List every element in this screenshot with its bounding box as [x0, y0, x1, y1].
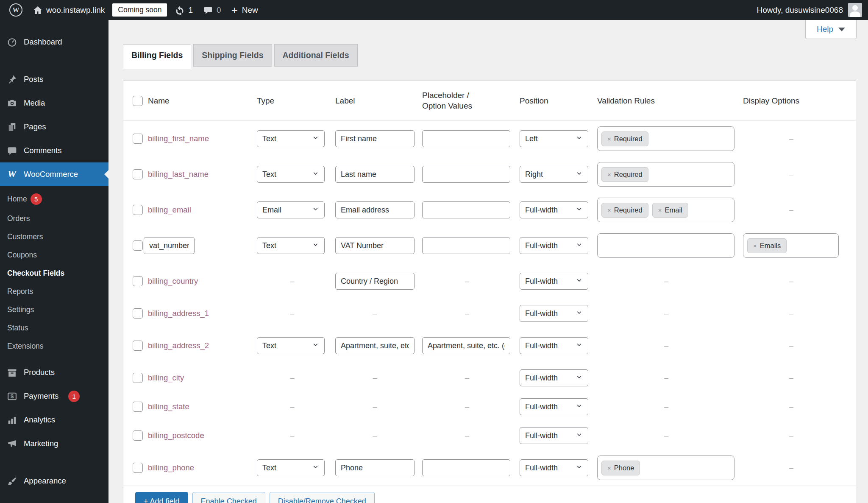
- field-name-input[interactable]: [144, 237, 195, 254]
- tag-remove-icon[interactable]: ×: [607, 135, 611, 143]
- comment-icon: [203, 5, 213, 15]
- type-select[interactable]: Text: [257, 459, 325, 476]
- submenu-item-settings[interactable]: Settings: [0, 301, 108, 319]
- sidebar-item-dashboard[interactable]: Dashboard: [0, 30, 108, 54]
- position-select[interactable]: Full-width: [520, 237, 588, 254]
- label-input[interactable]: [335, 237, 415, 254]
- validation-rules-box[interactable]: ×Required: [597, 126, 734, 151]
- sidebar-item-media[interactable]: Media: [0, 91, 108, 115]
- sidebar-item-payments[interactable]: $Payments1: [0, 384, 108, 408]
- add-field-button[interactable]: + Add field: [135, 492, 188, 503]
- position-select[interactable]: Full-width: [520, 459, 588, 476]
- label-input[interactable]: [335, 166, 415, 183]
- table-cell: [422, 166, 520, 183]
- row-checkbox[interactable]: [133, 308, 143, 319]
- submenu-item-orders[interactable]: Orders: [0, 210, 108, 228]
- sidebar-item-woocommerce[interactable]: WWooCommerce: [0, 162, 108, 186]
- table-cell: –: [743, 134, 847, 143]
- submenu-item-label: Extensions: [7, 342, 44, 351]
- sidebar-item-posts[interactable]: Posts: [0, 67, 108, 91]
- label-input[interactable]: [335, 337, 415, 354]
- submenu-item-extensions[interactable]: Extensions: [0, 337, 108, 355]
- label-input[interactable]: [335, 201, 415, 218]
- position-select[interactable]: Left: [520, 130, 588, 147]
- validation-rules-box[interactable]: ×Required×Email: [597, 198, 734, 222]
- row-checkbox[interactable]: [133, 341, 143, 351]
- sidebar-item-appearance[interactable]: Appearance: [0, 469, 108, 493]
- tag-remove-icon[interactable]: ×: [753, 242, 757, 249]
- sidebar-item-comments[interactable]: Comments: [0, 139, 108, 162]
- position-select[interactable]: Full-width: [520, 201, 588, 218]
- row-checkbox[interactable]: [133, 169, 143, 179]
- wp-logo-button[interactable]: W: [4, 0, 28, 20]
- label-input[interactable]: [335, 459, 415, 476]
- placeholder-input[interactable]: [422, 201, 510, 218]
- placeholder-input[interactable]: [422, 166, 510, 183]
- disable-remove-checked-button[interactable]: Disable/Remove Checked: [270, 492, 375, 503]
- row-checkbox[interactable]: [133, 402, 143, 412]
- enable-checked-button[interactable]: Enable Checked: [192, 492, 265, 503]
- howdy-text[interactable]: Howdy, dusuwisine0068: [757, 6, 843, 15]
- label-input[interactable]: [335, 130, 415, 147]
- row-checkbox[interactable]: [133, 134, 143, 144]
- empty-value-dash: –: [373, 431, 377, 440]
- label-input[interactable]: [335, 273, 415, 290]
- position-select[interactable]: Full-width: [520, 369, 588, 386]
- comments-link[interactable]: 0: [198, 0, 226, 20]
- help-button[interactable]: Help: [805, 20, 857, 39]
- sidebar-item-marketing[interactable]: Marketing: [0, 432, 108, 455]
- type-select[interactable]: Text: [257, 130, 325, 147]
- row-checkbox[interactable]: [133, 240, 143, 251]
- row-checkbox[interactable]: [133, 373, 143, 383]
- placeholder-input[interactable]: [422, 237, 510, 254]
- site-name-link[interactable]: woo.instawp.link: [28, 0, 110, 20]
- row-checkbox[interactable]: [133, 276, 143, 286]
- tag-remove-icon[interactable]: ×: [658, 207, 662, 214]
- sidebar-item-pages[interactable]: Pages: [0, 115, 108, 139]
- marketing-icon: [6, 438, 17, 449]
- placeholder-input[interactable]: [422, 459, 510, 476]
- submenu-item-home[interactable]: Home5: [0, 189, 108, 210]
- tab-billing-fields[interactable]: Billing Fields: [123, 44, 191, 69]
- sidebar-item-label: Media: [24, 98, 45, 108]
- validation-rules-box[interactable]: ×Required: [597, 162, 734, 187]
- tab-shipping-fields[interactable]: Shipping Fields: [193, 44, 272, 67]
- avatar[interactable]: [848, 3, 862, 17]
- new-content-button[interactable]: + New: [226, 0, 263, 20]
- position-select[interactable]: Full-width: [520, 427, 588, 444]
- position-select[interactable]: Full-width: [520, 337, 588, 354]
- type-select[interactable]: Email: [257, 201, 325, 218]
- validation-rules-box[interactable]: ×Phone: [597, 455, 734, 480]
- submenu-item-coupons[interactable]: Coupons: [0, 246, 108, 264]
- submenu-item-checkout-fields[interactable]: Checkout Fields: [0, 264, 108, 282]
- row-checkbox[interactable]: [133, 430, 143, 441]
- select-all-checkbox[interactable]: [133, 96, 143, 106]
- tag-remove-icon[interactable]: ×: [607, 171, 611, 178]
- row-checkbox[interactable]: [133, 463, 143, 473]
- row-checkbox[interactable]: [133, 205, 143, 215]
- position-select[interactable]: Full-width: [520, 273, 588, 290]
- type-select[interactable]: Text: [257, 337, 325, 354]
- submenu-item-status[interactable]: Status: [0, 319, 108, 337]
- field-name: billing_country: [148, 277, 198, 286]
- position-select[interactable]: Right: [520, 166, 588, 183]
- submenu-item-customers[interactable]: Customers: [0, 228, 108, 246]
- placeholder-input[interactable]: [422, 130, 510, 147]
- empty-value-dash: –: [789, 206, 793, 215]
- validation-rules-box[interactable]: [597, 233, 734, 258]
- position-select[interactable]: Full-width: [520, 305, 588, 322]
- tag-remove-icon[interactable]: ×: [607, 207, 611, 214]
- display-options-box[interactable]: ×Emails: [743, 233, 839, 258]
- type-select[interactable]: Text: [257, 237, 325, 254]
- wordpress-admin: W woo.instawp.link Coming soon 1 0 + New…: [0, 0, 868, 503]
- type-select[interactable]: Text: [257, 166, 325, 183]
- sidebar-item-products[interactable]: Products: [0, 360, 108, 384]
- admin-bar-right: Howdy, dusuwisine0068: [757, 0, 868, 20]
- tab-additional-fields[interactable]: Additional Fields: [274, 44, 358, 67]
- position-select[interactable]: Full-width: [520, 398, 588, 415]
- submenu-item-reports[interactable]: Reports: [0, 282, 108, 301]
- placeholder-input[interactable]: [422, 337, 510, 354]
- sidebar-item-analytics[interactable]: Analytics: [0, 408, 108, 432]
- tag-remove-icon[interactable]: ×: [607, 464, 611, 472]
- updates-link[interactable]: 1: [170, 0, 198, 20]
